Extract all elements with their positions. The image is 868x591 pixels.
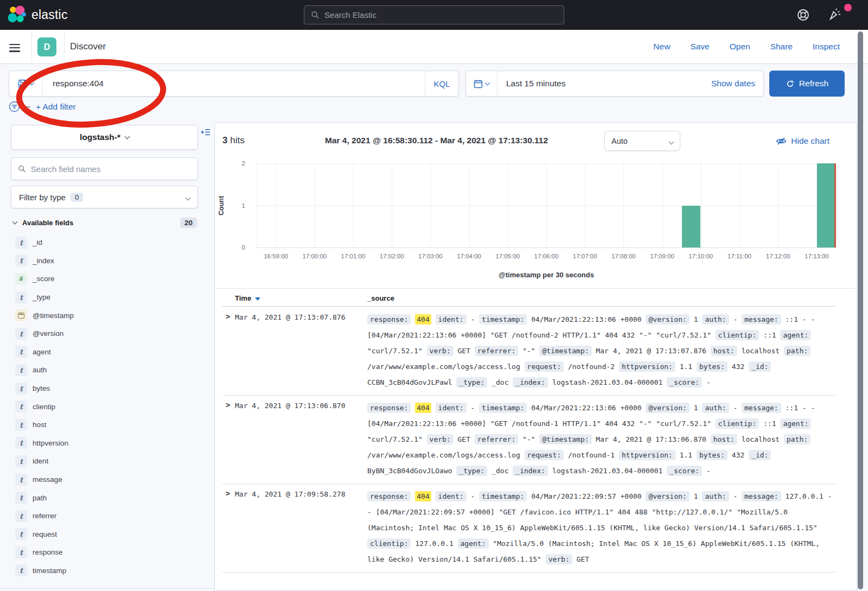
search-icon <box>18 164 26 173</box>
index-pattern-picker[interactable]: logstash-* <box>11 125 198 150</box>
field-item-httpversion[interactable]: thttpversion <box>11 434 198 453</box>
field-search-box[interactable] <box>11 157 198 180</box>
x-axis-tick-label: 17:00:00 <box>296 253 334 259</box>
field-item-bytes[interactable]: tbytes <box>11 379 198 398</box>
chevron-down-icon <box>12 219 18 225</box>
field-name-pill: message: <box>742 403 781 413</box>
field-item-_score[interactable]: #_score <box>11 270 198 288</box>
time-range-value[interactable]: Last 15 minutes <box>497 79 711 88</box>
menu-icon[interactable] <box>9 42 20 54</box>
global-search-input[interactable] <box>324 10 557 20</box>
field-type-text-badge: t <box>15 546 27 558</box>
field-type-text-badge: t <box>15 237 27 249</box>
field-name-pill: _index: <box>513 377 548 387</box>
field-item-referrer[interactable]: treferrer <box>11 507 198 525</box>
field-item-message[interactable]: tmessage <box>11 471 198 489</box>
show-dates-button[interactable]: Show dates <box>711 79 763 88</box>
y-axis-tick-label: 1 <box>230 202 245 209</box>
doc-source-cell: response: 404 ident: - timestamp: 04/Mar… <box>367 312 836 390</box>
action-new-button[interactable]: New <box>653 42 670 52</box>
field-name-pill: _index: <box>513 466 548 476</box>
x-axis-tick-label: 17:01:00 <box>334 253 372 259</box>
filter-by-type-select[interactable]: Filter by type 0 <box>11 186 198 208</box>
field-search-input[interactable] <box>31 164 191 174</box>
field-name-pill: referrer: <box>475 434 518 444</box>
global-search-box[interactable] <box>304 5 564 24</box>
field-name: bytes <box>33 384 50 392</box>
action-save-button[interactable]: Save <box>690 42 709 52</box>
field-item-_id[interactable]: t_id <box>11 233 198 252</box>
field-item-path[interactable]: tpath <box>11 488 198 507</box>
expand-row-icon[interactable]: > <box>226 312 230 321</box>
highlighted-value: 404 <box>415 403 431 413</box>
query-input[interactable] <box>43 79 425 88</box>
field-name-pill: host: <box>711 346 737 356</box>
hits-count: 3 hits <box>222 135 245 146</box>
elastic-logo[interactable]: elastic <box>8 5 68 24</box>
action-share-button[interactable]: Share <box>770 42 793 52</box>
saved-query-menu-button[interactable] <box>9 71 43 96</box>
field-name-pill: response: <box>367 314 411 325</box>
field-item-agent[interactable]: tagent <box>11 343 198 361</box>
field-type-text-badge: t <box>15 492 27 504</box>
x-axis-tick-label: 17:09:00 <box>643 253 681 259</box>
field-name: auth <box>33 366 47 374</box>
filter-by-type-label: Filter by type <box>19 193 66 202</box>
field-item-host[interactable]: thost <box>11 416 198 434</box>
field-name-pill: agent: <box>458 538 489 549</box>
field-type-text-badge: t <box>15 510 27 522</box>
field-name-pill: timestamp: <box>479 403 527 413</box>
hide-chart-button[interactable]: Hide chart <box>776 136 829 147</box>
discover-app-badge[interactable]: D <box>37 37 56 56</box>
field-name: _score <box>33 275 55 283</box>
field-name-pill: ident: <box>436 491 467 501</box>
field-item-auth[interactable]: tauth <box>11 361 198 379</box>
field-item-response[interactable]: tresponse <box>11 543 198 562</box>
histogram-bar[interactable] <box>817 163 835 247</box>
field-type-text-badge: t <box>15 564 27 576</box>
refresh-button[interactable]: Refresh <box>769 71 845 97</box>
highlighted-value: 404 <box>415 314 431 325</box>
vertical-scrollbar[interactable] <box>858 31 863 589</box>
field-item-clientip[interactable]: tclientip <box>11 397 198 416</box>
field-item-ident[interactable]: tident <box>11 452 198 471</box>
add-filter-button[interactable]: + Add filter <box>36 102 76 112</box>
x-axis-tick-label: 17:06:00 <box>527 253 565 259</box>
nav-divider <box>64 30 65 63</box>
field-name: httpversion <box>33 439 68 447</box>
field-name: ident <box>33 457 48 465</box>
chart-plot: 01216:59:0017:00:0017:01:0017:02:0017:03… <box>257 163 836 247</box>
highlighted-value: 404 <box>415 491 431 501</box>
field-item-_type[interactable]: t_type <box>11 288 198 307</box>
time-column-header[interactable]: Time <box>235 294 260 302</box>
source-column-header: _source <box>367 294 394 302</box>
date-quick-menu-button[interactable] <box>466 71 497 96</box>
field-item-@timestamp[interactable]: @timestamp <box>11 306 198 325</box>
filter-icon[interactable] <box>9 101 20 112</box>
table-row: >Mar 4, 2021 @ 17:09:58.278response: 404… <box>222 484 836 573</box>
field-name-pill: message: <box>742 491 781 501</box>
interval-select[interactable]: Auto <box>604 131 680 151</box>
collapse-sidebar-icon[interactable] <box>201 127 211 137</box>
action-inspect-button[interactable]: Inspect <box>813 42 840 52</box>
field-item-request[interactable]: trequest <box>11 525 198 544</box>
available-fields-header[interactable]: Available fields 20 <box>13 216 198 229</box>
query-language-button[interactable]: KQL <box>425 71 458 96</box>
field-item-_index[interactable]: t_index <box>11 252 198 270</box>
expand-row-icon[interactable]: > <box>226 489 230 498</box>
field-name-pill: httpversion: <box>619 450 675 460</box>
newsfeed-icon[interactable] <box>828 7 843 22</box>
field-name: request <box>33 530 57 538</box>
x-axis-tick-label: 17:10:00 <box>682 253 720 259</box>
expand-row-icon[interactable]: > <box>226 401 230 409</box>
chart-gridline <box>353 163 354 247</box>
field-item-timestamp[interactable]: ttimestamp <box>11 562 198 580</box>
field-name-pill: @version: <box>646 403 689 413</box>
x-axis-tick-label: 17:11:00 <box>720 253 758 259</box>
chart-gridline <box>701 163 701 247</box>
action-open-button[interactable]: Open <box>730 42 750 52</box>
histogram-bar[interactable] <box>682 206 700 248</box>
help-icon[interactable] <box>796 8 810 22</box>
filter-by-type-count-badge: 0 <box>71 193 84 202</box>
field-item-@version[interactable]: t@version <box>11 325 198 343</box>
